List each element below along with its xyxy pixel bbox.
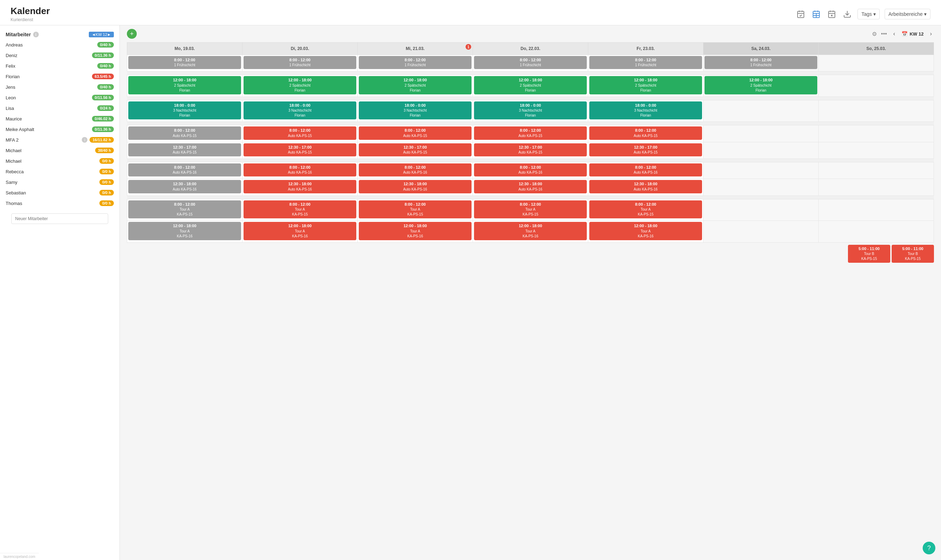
- employee-info-icon[interactable]: i: [82, 137, 87, 143]
- help-button[interactable]: ?: [922, 542, 935, 554]
- calendar-x-icon[interactable]: [827, 9, 837, 19]
- calendar-cell[interactable]: 8:00 - 12:00Tour AKA-PS-15: [242, 199, 358, 220]
- calendar-cell[interactable]: 18:00 - 0:003 NachtschichtFlorian: [358, 100, 473, 122]
- shift-block[interactable]: 12:30 - 17:00Auto KA-PS-15: [128, 143, 241, 156]
- calendar-cell[interactable]: 12:30 - 17:00Auto KA-PS-15: [242, 142, 358, 158]
- shift-block[interactable]: 18:00 - 0:003 NachtschichtFlorian: [244, 102, 356, 119]
- calendar-cell[interactable]: 12:30 - 17:00Auto KA-PS-15: [358, 142, 473, 158]
- calendar-cell[interactable]: 8:00 - 12:00Auto KA-PS-16: [242, 162, 358, 178]
- calendar-cell[interactable]: 12:30 - 17:00Auto KA-PS-15: [588, 142, 703, 158]
- sidebar-item[interactable]: Lisa0/24 h: [0, 103, 119, 114]
- shift-block[interactable]: 8:00 - 12:00Tour AKA-PS-15: [359, 200, 472, 218]
- calendar-cell[interactable]: [819, 75, 934, 97]
- prev-week-arrow[interactable]: ‹: [891, 30, 897, 38]
- calendar-cell[interactable]: 8:00 - 12:00Tour AKA-PS-15: [588, 199, 703, 220]
- shift-block[interactable]: 12:30 - 18:00Auto KA-PS-16: [359, 180, 472, 193]
- add-shift-button[interactable]: +: [127, 29, 137, 39]
- shift-block[interactable]: 12:30 - 18:00Auto KA-PS-16: [589, 180, 702, 193]
- calendar-cell[interactable]: 18:00 - 0:003 NachtschichtFlorian: [127, 100, 242, 122]
- shift-block[interactable]: 18:00 - 0:003 NachtschichtFlorian: [359, 102, 472, 119]
- calendar-cell[interactable]: [819, 179, 934, 195]
- calendar-cell[interactable]: [819, 142, 934, 158]
- shift-block[interactable]: 8:00 - 12:001 Frühschicht: [244, 56, 356, 69]
- calendar-cell[interactable]: 8:00 - 12:00Auto KA-PS-15: [127, 125, 242, 142]
- shift-block[interactable]: 8:00 - 12:00Auto KA-PS-16: [244, 163, 356, 177]
- sidebar-item[interactable]: Maurice0/46.02 h: [0, 114, 119, 124]
- shift-block[interactable]: 8:00 - 12:00Tour AKA-PS-15: [589, 200, 702, 218]
- shift-block[interactable]: 12:30 - 18:00Auto KA-PS-16: [128, 180, 241, 193]
- shift-block[interactable]: 12:30 - 18:00Auto KA-PS-16: [474, 180, 587, 193]
- calendar-cell[interactable]: 8:00 - 12:001 Frühschicht: [588, 55, 703, 71]
- calendar-cell[interactable]: 8:00 - 12:001 Frühschicht: [358, 55, 473, 71]
- calendar-cell[interactable]: [819, 125, 934, 142]
- calendar-cell[interactable]: 8:00 - 12:00Auto KA-PS-15: [473, 125, 588, 142]
- calendar-cell[interactable]: 12:30 - 18:00Auto KA-PS-16: [127, 179, 242, 195]
- shift-block[interactable]: 18:00 - 0:003 NachtschichtFlorian: [128, 102, 241, 119]
- shift-block[interactable]: 8:00 - 12:00Auto KA-PS-15: [359, 126, 472, 140]
- calendar-cell[interactable]: 12:30 - 18:00Auto KA-PS-16: [473, 179, 588, 195]
- shift-block[interactable]: 12:30 - 17:00Auto KA-PS-15: [359, 143, 472, 156]
- sidebar-item[interactable]: Sebastian0/0 h: [0, 188, 119, 198]
- shift-block[interactable]: 8:00 - 12:001 Frühschicht: [128, 56, 241, 69]
- shift-block[interactable]: 12:00 - 18:002 SpätschichtFlorian: [244, 76, 356, 94]
- new-employee-input[interactable]: [11, 214, 108, 224]
- sidebar-item[interactable]: Deniz0/11.36 h: [0, 50, 119, 61]
- calendar-cell[interactable]: 12:00 - 18:00Tour AKA-PS-16: [588, 221, 703, 242]
- calendar-cell[interactable]: [819, 221, 934, 242]
- info-icon[interactable]: i: [33, 32, 39, 37]
- sidebar-item[interactable]: Thomas0/0 h: [0, 198, 119, 209]
- shift-block[interactable]: 8:00 - 12:00Auto KA-PS-16: [359, 163, 472, 177]
- calendar-cell[interactable]: [703, 125, 819, 142]
- calendar-cell[interactable]: 18:00 - 0:003 NachtschichtFlorian: [473, 100, 588, 122]
- calendar-cell[interactable]: 8:00 - 12:00Auto KA-PS-16: [127, 162, 242, 178]
- calendar-cell[interactable]: 8:00 - 12:00Auto KA-PS-15: [358, 125, 473, 142]
- calendar-cell[interactable]: [703, 100, 819, 122]
- calendar-cell[interactable]: 12:00 - 18:00Tour AKA-PS-16: [358, 221, 473, 242]
- shift-block[interactable]: 18:00 - 0:003 NachtschichtFlorian: [474, 102, 587, 119]
- workarea-dropdown[interactable]: Arbeitsbereiche ▾: [885, 9, 930, 19]
- calendar-cell[interactable]: 12:00 - 18:002 SpätschichtFlorian: [703, 75, 819, 97]
- sidebar-item[interactable]: Felix0/40 h: [0, 61, 119, 71]
- calendar-cell[interactable]: 12:30 - 18:00Auto KA-PS-16: [588, 179, 703, 195]
- shift-block[interactable]: 8:00 - 12:00Tour AKA-PS-15: [474, 200, 587, 218]
- shift-block[interactable]: 12:00 - 18:002 SpätschichtFlorian: [589, 76, 702, 94]
- calendar-cell[interactable]: 8:00 - 12:00Tour AKA-PS-15: [473, 199, 588, 220]
- calendar-cell[interactable]: 8:00 - 12:00Tour AKA-PS-15: [127, 199, 242, 220]
- calendar-cell[interactable]: 12:00 - 18:002 SpätschichtFlorian: [242, 75, 358, 97]
- kw-badge[interactable]: ◄KW 12►: [89, 32, 114, 37]
- shift-block[interactable]: 12:00 - 18:002 SpätschichtFlorian: [705, 76, 817, 94]
- calendar-cell[interactable]: 8:00 - 12:00Auto KA-PS-15: [588, 125, 703, 142]
- calendar-check-icon[interactable]: [796, 9, 806, 19]
- calendar-cell[interactable]: 8:00 - 12:001 Frühschicht: [473, 55, 588, 71]
- calendar-cell[interactable]: 12:00 - 18:002 SpätschichtFlorian: [473, 75, 588, 97]
- shift-block[interactable]: 12:30 - 17:00Auto KA-PS-15: [244, 143, 356, 156]
- calendar-cell[interactable]: 18:00 - 0:003 NachtschichtFlorian: [242, 100, 358, 122]
- sidebar-item[interactable]: Samy0/0 h: [0, 177, 119, 188]
- shift-block[interactable]: 8:00 - 12:00Tour AKA-PS-15: [244, 200, 356, 218]
- shift-block[interactable]: 8:00 - 12:00Auto KA-PS-15: [244, 126, 356, 140]
- sidebar-item[interactable]: MFA 2i16/11.82 h: [0, 135, 119, 145]
- shift-block[interactable]: 12:30 - 17:00Auto KA-PS-15: [474, 143, 587, 156]
- calendar-cell[interactable]: 12:00 - 18:002 SpätschichtFlorian: [588, 75, 703, 97]
- calendar-cell[interactable]: 8:00 - 12:001 Frühschicht: [127, 55, 242, 71]
- shift-block[interactable]: 12:00 - 18:00Tour AKA-PS-16: [244, 222, 356, 240]
- calendar-cell[interactable]: 8:00 - 12:001 Frühschicht: [242, 55, 358, 71]
- shift-block[interactable]: 12:00 - 18:00Tour AKA-PS-16: [359, 222, 472, 240]
- download-icon[interactable]: [842, 9, 853, 19]
- sidebar-item[interactable]: Michael38/40 h: [0, 145, 119, 156]
- sidebar-item[interactable]: Florian63.5/45 h: [0, 71, 119, 82]
- shift-block[interactable]: 12:00 - 18:00Tour AKA-PS-16: [474, 222, 587, 240]
- sidebar-item[interactable]: Jens0/40 h: [0, 82, 119, 92]
- sidebar-item[interactable]: Meike Asphalt0/11.36 h: [0, 124, 119, 135]
- calendar-cell[interactable]: [703, 142, 819, 158]
- shift-block[interactable]: 12:00 - 18:00Tour AKA-PS-16: [589, 222, 702, 240]
- shift-block[interactable]: 12:00 - 18:00Tour AKA-PS-16: [128, 222, 241, 240]
- shift-block[interactable]: 12:00 - 18:002 SpätschichtFlorian: [128, 76, 241, 94]
- calendar-cell[interactable]: [703, 162, 819, 178]
- sidebar-item[interactable]: Andreas0/40 h: [0, 40, 119, 50]
- shift-block[interactable]: 8:00 - 12:00Auto KA-PS-16: [128, 163, 241, 177]
- sidebar-item[interactable]: Leon0/11.56 h: [0, 92, 119, 103]
- dots-icon[interactable]: •••: [881, 31, 887, 37]
- tags-dropdown[interactable]: Tags ▾: [858, 9, 880, 19]
- calendar-cell[interactable]: [703, 221, 819, 242]
